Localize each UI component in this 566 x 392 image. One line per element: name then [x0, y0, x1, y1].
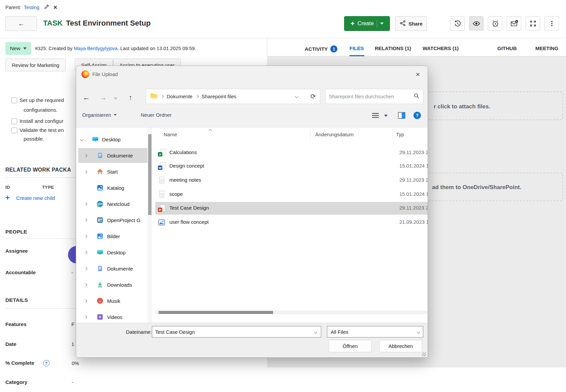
preview-pane-icon[interactable] [398, 112, 405, 120]
tree-item-musik[interactable]: ♪ Musik [76, 293, 152, 308]
list-horizontal-scrollbar[interactable] [155, 311, 428, 314]
tree-item-start[interactable]: Start [76, 164, 152, 179]
review-for-marketing-button[interactable]: Review for Marketing [5, 59, 66, 71]
tree-item-openproject[interactable]: OpenProject G [76, 213, 152, 227]
expand-icon [529, 20, 537, 27]
nav-up-icon[interactable]: ↑ [129, 94, 132, 101]
parent-link[interactable]: Testing [24, 5, 39, 10]
accountable-value[interactable]: - [71, 270, 73, 275]
column-header-modified[interactable]: Änderungsdatum [315, 132, 354, 137]
file-row-scope[interactable]: scope 15.01.2024 15:21 Textdokumen [155, 188, 428, 201]
notification-mail-button[interactable] [507, 16, 521, 31]
tab-watchers[interactable]: WATCHERS (1) [423, 45, 459, 51]
refresh-icon[interactable]: ⟳ [310, 93, 316, 100]
nav-forward-icon[interactable]: → [100, 94, 107, 101]
file-name: meeting notes [169, 177, 201, 183]
tree-item-dokumente-2[interactable]: Dokumente [76, 261, 152, 276]
tree-item-videos[interactable]: Videos [76, 310, 152, 323]
category-value[interactable]: - [72, 379, 73, 385]
breadcrumb-dokumente[interactable]: Dokumente [167, 94, 193, 99]
music-icon: ♪ [97, 297, 103, 304]
column-separator[interactable] [310, 130, 310, 139]
breadcrumb-sharepoint-files[interactable]: Sharepoint files [202, 94, 236, 99]
edit-parent-icon[interactable] [44, 4, 49, 10]
features-value[interactable]: F [71, 321, 74, 327]
file-row-design-concept[interactable]: W Design concept 15.01.2024 11:39 Micros… [155, 160, 428, 173]
date-value[interactable]: 1 [71, 341, 74, 347]
checkbox-install[interactable] [11, 118, 17, 124]
more-menu-button[interactable] [544, 16, 559, 31]
column-separator[interactable] [393, 130, 393, 139]
cancel-label: Abbrechen [389, 343, 413, 349]
open-button[interactable]: Öffnen [329, 340, 372, 352]
tab-activity[interactable]: ACTIVITY 1 [305, 45, 337, 52]
filename-input[interactable] [152, 329, 314, 335]
new-folder-button[interactable]: Neuer Ordner [141, 112, 172, 118]
organize-menu[interactable]: Organisieren [82, 112, 116, 118]
view-dropdown-icon[interactable] [384, 115, 388, 117]
kebab-icon [548, 20, 556, 27]
tree-item-downloads[interactable]: Downloads [76, 277, 152, 292]
tree-item-desktop-root[interactable]: Desktop [76, 132, 152, 147]
plus-icon[interactable]: + [5, 193, 10, 202]
tree-item-bilder[interactable]: Bilder [76, 229, 152, 244]
create-new-child-link[interactable]: Create new child [16, 195, 55, 201]
file-type-filter-select[interactable]: All Files [327, 326, 423, 337]
share-button[interactable]: Share [395, 16, 427, 31]
tab-github-label: GITHUB [497, 45, 517, 51]
review-label: Review for Marketing [12, 62, 59, 68]
help-icon[interactable]: ? [43, 360, 49, 366]
cancel-button[interactable]: Abbrechen [379, 340, 422, 352]
tree-item-nextcloud[interactable]: Nextcloud [76, 197, 152, 211]
history-button[interactable] [450, 16, 465, 31]
checkbox-setup[interactable] [11, 98, 17, 103]
tab-github[interactable]: GITHUB [497, 45, 517, 51]
help-icon[interactable]: ? [413, 112, 421, 119]
nav-back-icon[interactable]: ← [83, 94, 90, 101]
sort-ascending-icon [209, 129, 212, 133]
fullscreen-button[interactable] [526, 16, 540, 31]
search-icon[interactable] [413, 93, 420, 100]
tree-label: Desktop [107, 250, 126, 255]
resize-grip[interactable] [422, 352, 426, 356]
tree-scrollbar[interactable] [147, 128, 152, 323]
tab-files[interactable]: FILES [349, 45, 364, 51]
search-input[interactable] [329, 94, 413, 99]
tree-item-desktop[interactable]: Desktop [76, 245, 152, 260]
checkbox-validate[interactable] [11, 128, 17, 133]
file-row-calculations[interactable]: X Calculations 29.11.2023 23:47 Microsof… [155, 146, 428, 159]
powerpoint-file-icon: P [158, 205, 165, 212]
meta-suffix: . Last updated on 13.01.2025 09:59. [118, 46, 196, 51]
address-dropdown-icon[interactable] [295, 95, 298, 98]
tab-meeting[interactable]: MEETING [535, 45, 558, 51]
address-bar[interactable]: Dokumente Sharepoint files ⟳ [146, 89, 320, 104]
file-row-meeting-notes[interactable]: meeting notes 29.11.2023 23:32 Textdokum… [155, 174, 428, 187]
tree-item-katalog[interactable]: Katalog [76, 180, 152, 195]
remove-parent-icon[interactable]: × [54, 4, 57, 10]
pictures-icon [97, 233, 103, 240]
text-file-icon [158, 177, 165, 184]
status-dropdown[interactable]: New [5, 42, 31, 55]
column-header-type[interactable]: Typ [396, 132, 404, 137]
chevron-right-icon [84, 170, 88, 173]
share-icon [400, 20, 406, 27]
file-modified: 29.11.2023 23:47 [399, 205, 428, 211]
meta-prefix: #325: Created by [35, 46, 74, 51]
close-icon[interactable]: × [413, 69, 423, 79]
tree-item-dokumente[interactable]: Dokumente [76, 148, 152, 163]
watch-button[interactable] [469, 16, 484, 31]
scrollbar-thumb[interactable] [148, 134, 152, 215]
tab-relations[interactable]: RELATIONS (1) [375, 45, 411, 51]
column-header-name[interactable]: Name [164, 132, 177, 137]
back-button[interactable]: ← [5, 16, 37, 31]
create-button[interactable]: + Create [344, 16, 390, 31]
percent-complete-value[interactable]: 0% [72, 360, 79, 366]
reminder-button[interactable] [488, 16, 502, 31]
file-row-user-flow-concept[interactable]: user flow concept 21.09.2023 15:03 JPG-D… [155, 216, 428, 229]
file-modified: 15.01.2024 15:21 [399, 191, 428, 197]
chevron-down-icon[interactable] [314, 330, 318, 333]
file-row-test-case-design[interactable]: P Test Case Design 29.11.2023 23:47 Micr… [155, 202, 428, 215]
view-list-icon[interactable] [372, 113, 379, 119]
author-link[interactable]: Maya Berdygylyjova [74, 46, 118, 51]
scrollbar-thumb[interactable] [159, 311, 273, 314]
